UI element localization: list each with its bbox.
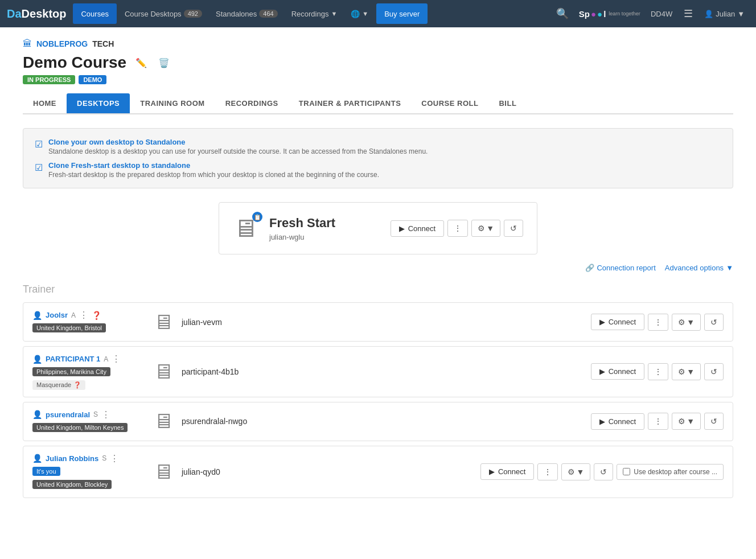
masquerade-help-icon[interactable]: ❓ [73,381,81,389]
play-icon: ▶ [599,367,605,376]
play-icon: ▶ [599,318,605,326]
participant-2-desktop-name: julian-qyd0 [182,467,220,476]
participant-0-connect-button[interactable]: ▶ Connect [591,363,644,380]
user-menu-button[interactable]: 👤 Julian ▼ [700,7,749,20]
delete-course-button[interactable]: 🗑️ [156,55,172,71]
participant-2-settings-button[interactable]: ⚙ ▼ [561,463,590,480]
spool-dot1: ● [591,9,596,19]
spool-logo: Sp●●l learn together [579,9,640,19]
participant-0-person-icon: 👤 [32,355,42,364]
participant-0-menu-icon[interactable]: ⋮ [112,354,121,364]
participant-2-name[interactable]: Julian Robbins [46,454,98,463]
participant-2-menu-icon[interactable]: ⋮ [110,453,119,464]
participant-0-refresh-button[interactable]: ↺ [704,363,724,380]
clone-fresh-start-desc: Fresh-start desktop is the prepared desk… [48,171,379,179]
tab-recordings[interactable]: RECORDINGS [215,93,289,113]
logo-da: Da [7,7,22,20]
participant-2-more-button[interactable]: ⋮ [537,463,558,480]
participant-0-location-row: Philippines, Marikina City [32,367,146,378]
course-desktops-nav-button[interactable]: Course Desktops 492 [119,3,208,24]
hamburger-icon: ☰ [684,7,693,20]
fresh-start-actions: ▶ Connect ⋮ ⚙ ▼ ↺ [391,220,523,237]
participant-1-actions: ▶ Connect ⋮ ⚙ ▼ ↺ [591,413,724,430]
participant-1-settings-button[interactable]: ⚙ ▼ [672,413,701,430]
use-desktop-checkbox[interactable]: Use desktop after course ... [617,464,724,480]
fresh-start-connect-button[interactable]: ▶ Connect [391,220,444,237]
flag-chevron-icon: ▼ [362,10,368,17]
its-you-badge: It's you [32,467,60,476]
top-nav: DaDesktop Courses Course Desktops 492 St… [0,0,756,27]
participant-0-name-row: 👤 PARTICIPANT 1 A ⋮ [32,354,146,364]
courses-nav-button[interactable]: Courses [73,3,116,24]
use-desktop-input[interactable] [623,468,630,475]
gear-icon: ⚙ [678,417,685,426]
clone-standalone-link[interactable]: Clone your own desktop to Standalone [48,138,428,146]
flag-icon: 🌐 [351,10,360,18]
participant-1-name[interactable]: psurendralal [46,410,90,419]
trainer-name[interactable]: Joolsr [46,311,68,319]
fresh-start-refresh-button[interactable]: ↺ [504,220,523,237]
trainer-help-icon[interactable]: ❓ [92,311,101,320]
participant-2-person-icon: 👤 [32,454,42,463]
clone-item-2: ☑ Clone Fresh-start desktop to standalon… [35,161,721,179]
trainer-more-button[interactable]: ⋮ [648,314,668,331]
spool-rest: l [603,9,606,19]
fresh-start-sub: julian-wglu [269,233,379,241]
standalones-badge: 464 [259,10,277,18]
edit-course-button[interactable]: ✏️ [133,55,149,71]
trainer-menu-icon[interactable]: ⋮ [79,310,88,320]
participant-2-refresh-button[interactable]: ↺ [594,463,613,480]
refresh-icon: ↺ [600,467,607,476]
fresh-start-settings-button[interactable]: ⚙ ▼ [471,220,500,237]
org-icon: 🏛 [23,39,32,49]
participant-1-menu-icon[interactable]: ⋮ [101,409,110,420]
settings-chevron-icon: ▼ [486,224,494,233]
search-button[interactable]: 🔍 [552,5,573,22]
advanced-options-link[interactable]: Advanced options ▼ [665,264,733,272]
tab-bill[interactable]: BILL [488,93,527,113]
menu-icon-button[interactable]: ☰ [679,5,697,22]
participant-1-connect-button[interactable]: ▶ Connect [591,413,644,430]
trainer-settings-button[interactable]: ⚙ ▼ [672,314,701,331]
tab-trainer-participants[interactable]: TRAINER & PARTICIPANTS [289,93,412,113]
buy-server-button[interactable]: Buy server [376,3,428,24]
participant-1-refresh-button[interactable]: ↺ [704,413,724,430]
trainer-info: 👤 Joolsr A ⋮ ❓ United Kingdom, Bristol [32,310,146,334]
connection-report-link[interactable]: 🔗 Connection report [585,264,655,272]
search-icon: 🔍 [556,7,569,20]
user-name: Julian [716,10,735,18]
tab-desktops[interactable]: DESKTOPS [67,93,130,113]
fresh-start-info: Fresh Start julian-wglu [269,216,379,241]
participant-0-masquerade-badge[interactable]: Masquerade ❓ [32,380,85,390]
trainer-refresh-button[interactable]: ↺ [704,314,724,331]
connection-report-label: Connection report [597,264,655,272]
standalones-nav-button[interactable]: Standalones 464 [210,3,284,24]
flag-nav-button[interactable]: 🌐 ▼ [345,3,374,24]
clone-fresh-start-link[interactable]: Clone Fresh-start desktop to standalone [48,161,379,170]
participant-2-its-you-row: It's you [32,466,146,478]
settings-chevron-icon: ▼ [687,318,695,327]
tab-home[interactable]: HOME [23,93,67,113]
trainer-connect-button[interactable]: ▶ Connect [591,314,644,330]
fresh-start-more-button[interactable]: ⋮ [447,220,468,237]
org-row: 🏛 NOBLEPROG TECH [23,39,733,49]
settings-chevron-icon: ▼ [576,467,584,476]
course-header: Demo Course ✏️ 🗑️ [23,54,733,72]
participant-2-connect-button[interactable]: ▶ Connect [480,463,534,480]
participant-1-location-badge: United Kingdom, Milton Keynes [32,423,128,432]
tab-course-roll[interactable]: COURSE ROLL [411,93,488,113]
participant-0-name[interactable]: PARTICIPANT 1 [46,355,100,363]
participant-1-more-button[interactable]: ⋮ [648,413,668,430]
tab-training-room[interactable]: TRAINING ROOM [130,93,215,113]
recordings-nav-button[interactable]: Recordings ▼ [286,3,343,24]
play-icon: ▶ [399,224,405,233]
clone-check-1-icon: ☑ [35,139,43,150]
participant-1-name-row: 👤 psurendralal S ⋮ [32,409,146,420]
trainer-location-badge: United Kingdom, Bristol [32,323,106,332]
participant-0-more-button[interactable]: ⋮ [648,363,668,380]
participant-0-desktop-col: 🖥 participant-4b1b [153,360,584,384]
clone-check-2-icon: ☑ [35,162,43,173]
participant-0-settings-button[interactable]: ⚙ ▼ [672,363,701,380]
app-logo: DaDesktop [7,7,66,20]
demo-badge: DEMO [79,75,106,84]
